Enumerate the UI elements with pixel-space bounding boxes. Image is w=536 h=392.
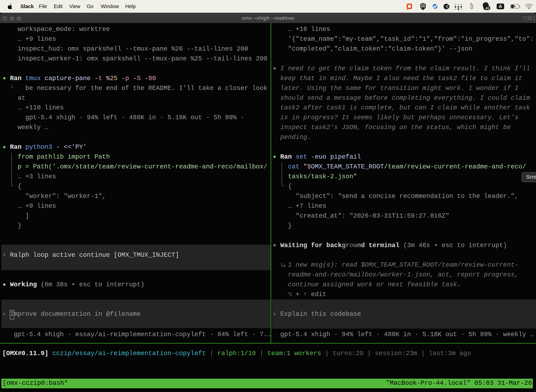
svg-text:..61: ..61 [484, 6, 489, 10]
